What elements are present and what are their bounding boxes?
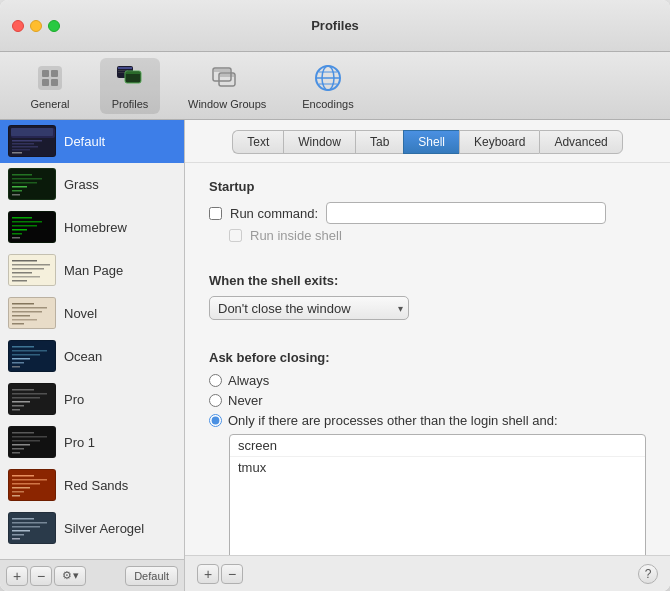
run-command-label: Run command:	[230, 206, 318, 221]
sidebar-item-homebrew[interactable]: Homebrew	[0, 206, 184, 249]
always-radio-row: Always	[209, 373, 646, 388]
never-radio-row: Never	[209, 393, 646, 408]
svg-rect-2	[51, 70, 58, 77]
toolbar-item-general[interactable]: General	[20, 58, 80, 114]
minimize-button[interactable]	[30, 20, 42, 32]
window-groups-label: Window Groups	[188, 98, 266, 110]
svg-rect-82	[12, 495, 20, 497]
svg-rect-79	[12, 483, 40, 485]
svg-rect-3	[42, 79, 49, 86]
svg-rect-88	[12, 534, 24, 536]
profile-name-manpage: Man Page	[64, 263, 123, 278]
svg-rect-84	[12, 518, 34, 520]
svg-rect-77	[12, 475, 34, 477]
sidebar-item-pro[interactable]: Pro	[0, 378, 184, 421]
run-command-checkbox[interactable]	[209, 207, 222, 220]
run-command-input[interactable]	[326, 202, 606, 224]
sidebar-item-novel[interactable]: Novel	[0, 292, 184, 335]
toolbar: General Profiles	[0, 52, 670, 120]
tab-tab[interactable]: Tab	[355, 130, 403, 154]
svg-rect-59	[12, 358, 30, 360]
tab-shell[interactable]: Shell	[403, 130, 459, 154]
svg-rect-75	[12, 452, 20, 454]
encodings-icon	[312, 62, 344, 94]
toolbar-item-window-groups[interactable]: Window Groups	[180, 58, 274, 114]
main-window: Profiles General	[0, 0, 670, 591]
profile-thumb-default	[8, 125, 56, 157]
window-title: Profiles	[311, 18, 359, 33]
svg-rect-23	[12, 143, 34, 145]
add-profile-button[interactable]: +	[6, 566, 28, 586]
sidebar-item-silver[interactable]: Silver Aerogel	[0, 507, 184, 550]
tabs-bar: Text Window Tab Shell Keyboard Advanced	[185, 120, 670, 163]
never-label: Never	[228, 393, 263, 408]
help-button[interactable]: ?	[638, 564, 658, 584]
sidebar-item-manpage[interactable]: Man Page	[0, 249, 184, 292]
sidebar: Default Gr	[0, 120, 185, 591]
sidebar-item-default[interactable]: Default	[0, 120, 184, 163]
only-if-radio[interactable]	[209, 414, 222, 427]
right-panel: Text Window Tab Shell Keyboard Advanced …	[185, 120, 670, 591]
always-label: Always	[228, 373, 269, 388]
svg-rect-68	[12, 409, 20, 411]
panel-bottom-buttons: + −	[197, 564, 243, 584]
close-button[interactable]	[12, 20, 24, 32]
only-if-label: Only if there are processes other than t…	[228, 413, 558, 428]
traffic-lights	[12, 20, 60, 32]
profile-list: Default Gr	[0, 120, 184, 559]
svg-rect-87	[12, 530, 30, 532]
remove-process-button[interactable]: −	[221, 564, 243, 584]
set-default-button[interactable]: Default	[125, 566, 178, 586]
maximize-button[interactable]	[48, 20, 60, 32]
svg-rect-46	[12, 276, 40, 278]
profile-name-ocean: Ocean	[64, 349, 102, 364]
startup-title: Startup	[209, 179, 646, 194]
process-item-tmux: tmux	[230, 457, 645, 478]
tab-window[interactable]: Window	[283, 130, 355, 154]
svg-rect-1	[42, 70, 49, 77]
run-inside-shell-label: Run inside shell	[250, 228, 342, 243]
svg-rect-35	[12, 217, 32, 219]
when-shell-exits-section: When the shell exits: Don't close the wi…	[209, 273, 646, 320]
always-radio[interactable]	[209, 374, 222, 387]
svg-rect-28	[12, 174, 32, 176]
profile-thumb-grass	[8, 168, 56, 200]
toolbar-item-encodings[interactable]: Encodings	[294, 58, 361, 114]
panel-bottom-bar: + − ?	[185, 555, 670, 591]
svg-rect-63	[12, 389, 34, 391]
svg-rect-10	[126, 72, 140, 74]
tab-keyboard[interactable]: Keyboard	[459, 130, 539, 154]
profiles-label: Profiles	[112, 98, 149, 110]
profile-thumb-ocean	[8, 340, 56, 372]
add-process-button[interactable]: +	[197, 564, 219, 584]
sidebar-item-ocean[interactable]: Ocean	[0, 335, 184, 378]
svg-rect-32	[12, 190, 22, 192]
profile-thumb-redsands	[8, 469, 56, 501]
gear-chevron: ▾	[73, 569, 79, 582]
profile-name-redsands: Red Sands	[64, 478, 128, 493]
toolbar-item-profiles[interactable]: Profiles	[100, 58, 160, 114]
run-inside-shell-checkbox[interactable]	[229, 229, 242, 242]
process-item-screen: screen	[230, 435, 645, 457]
svg-rect-30	[12, 182, 37, 184]
tab-text[interactable]: Text	[232, 130, 283, 154]
profile-thumb-pro1	[8, 426, 56, 458]
svg-rect-0	[38, 66, 62, 90]
tab-advanced[interactable]: Advanced	[539, 130, 622, 154]
sidebar-item-pro1[interactable]: Pro 1	[0, 421, 184, 464]
remove-profile-button[interactable]: −	[30, 566, 52, 586]
svg-rect-72	[12, 440, 40, 442]
shell-exits-dropdown[interactable]: Don't close the window Close the window …	[209, 296, 409, 320]
svg-rect-39	[12, 233, 22, 235]
never-radio[interactable]	[209, 394, 222, 407]
sidebar-item-redsands[interactable]: Red Sands	[0, 464, 184, 507]
profile-gear-button[interactable]: ⚙ ▾	[54, 566, 86, 586]
svg-rect-26	[12, 152, 22, 154]
run-inside-shell-row: Run inside shell	[229, 228, 646, 243]
svg-rect-65	[12, 397, 40, 399]
sidebar-item-grass[interactable]: Grass	[0, 163, 184, 206]
svg-rect-66	[12, 401, 30, 403]
svg-rect-43	[12, 264, 50, 266]
svg-rect-49	[12, 303, 34, 305]
profile-thumb-homebrew	[8, 211, 56, 243]
